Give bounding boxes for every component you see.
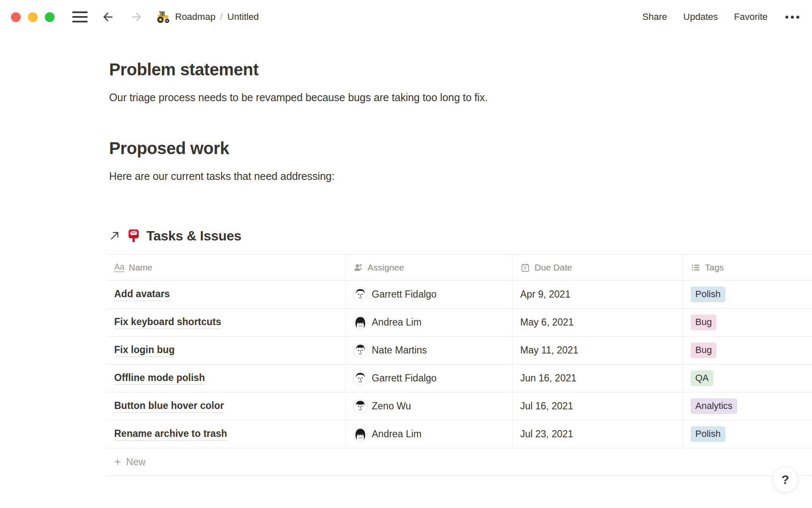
task-title-link[interactable]: Button blue hover color — [114, 400, 224, 413]
due-date: Jul 16, 2021 — [520, 400, 573, 412]
breadcrumb-root[interactable]: Roadmap — [175, 11, 215, 22]
column-label: Tags — [705, 262, 724, 273]
avatar — [353, 399, 368, 414]
north-east-arrow-icon — [109, 230, 120, 241]
tasks-table: Aa Name Assignee Due Date Tags Add avata… — [107, 254, 812, 476]
column-label: Name — [129, 262, 152, 273]
heading-proposed-work: Proposed work — [109, 138, 812, 158]
updates-button[interactable]: Updates — [683, 11, 718, 22]
forward-arrow-icon[interactable] — [129, 10, 143, 24]
tags-cell[interactable]: Polish — [683, 281, 812, 308]
name-cell[interactable]: Offline mode polish — [107, 364, 346, 392]
column-header-due-date[interactable]: Due Date — [513, 254, 683, 280]
assignee-name: Andrea Lim — [372, 428, 422, 440]
page-content: Problem statement Our triage process nee… — [0, 59, 812, 476]
avatar — [353, 427, 368, 442]
favorite-button[interactable]: Favorite — [734, 11, 768, 22]
due-date: May 6, 2021 — [520, 317, 574, 328]
name-cell[interactable]: Fix keyboard shortcuts — [107, 309, 346, 336]
help-button[interactable]: ? — [772, 467, 798, 493]
window-titlebar: Roadmap / Untitled Share Updates Favorit… — [0, 0, 812, 34]
tags-cell[interactable]: QA — [683, 364, 812, 392]
column-header-name[interactable]: Aa Name — [107, 254, 346, 280]
zoom-window-button[interactable] — [45, 12, 55, 22]
breadcrumb-current[interactable]: Untitled — [228, 11, 259, 22]
name-cell[interactable]: Rename archive to trash — [107, 420, 346, 448]
column-label: Due Date — [535, 262, 572, 273]
assignee-cell[interactable]: Andrea Lim — [346, 309, 513, 336]
due-date: May 11, 2021 — [520, 345, 579, 356]
assignee-cell[interactable]: Zeno Wu — [346, 392, 513, 420]
plus-icon: + — [114, 456, 121, 468]
text-style-icon: Aa — [114, 262, 124, 272]
tags-cell[interactable]: Analytics — [683, 392, 812, 420]
new-row-label: New — [126, 456, 145, 468]
calendar-icon — [520, 262, 530, 273]
person-icon — [353, 262, 363, 273]
due-date-cell[interactable]: Jul 23, 2021 — [513, 420, 683, 448]
column-header-tags[interactable]: Tags — [683, 254, 812, 280]
assignee-cell[interactable]: Garrett Fidalgo — [346, 281, 513, 308]
column-header-assignee[interactable]: Assignee — [346, 254, 513, 280]
table-row: Rename archive to trash Andrea Lim Jul 2… — [107, 420, 812, 448]
assignee-name: Nate Martins — [372, 345, 427, 356]
assignee-name: Garrett Fidalgo — [372, 289, 436, 300]
paragraph-problem-statement: Our triage process needs to be revamped … — [109, 90, 812, 105]
task-title-link[interactable]: Offline mode polish — [114, 372, 205, 385]
tag-badge: Bug — [691, 315, 716, 330]
assignee-cell[interactable]: Garrett Fidalgo — [346, 364, 513, 392]
avatar — [353, 315, 368, 330]
assignee-name: Andrea Lim — [372, 317, 422, 328]
name-cell[interactable]: Add avatars — [107, 281, 346, 308]
back-arrow-icon[interactable] — [101, 10, 115, 24]
tag-badge: Polish — [691, 287, 725, 302]
close-window-button[interactable] — [11, 12, 21, 22]
name-cell[interactable]: Button blue hover color — [107, 392, 346, 420]
due-date-cell[interactable]: May 6, 2021 — [513, 309, 683, 336]
due-date-cell[interactable]: Apr 9, 2021 — [513, 281, 683, 308]
task-title-link[interactable]: Fix login bug — [114, 344, 175, 357]
tags-cell[interactable]: Bug — [683, 309, 812, 336]
assignee-cell[interactable]: Nate Martins — [346, 337, 513, 364]
task-title-link[interactable]: Fix keyboard shortcuts — [114, 316, 221, 329]
avatar — [353, 371, 368, 386]
more-menu-button[interactable] — [785, 16, 799, 19]
avatar — [353, 343, 368, 358]
breadcrumb-separator: / — [220, 11, 222, 22]
task-title-link[interactable]: Rename archive to trash — [114, 428, 227, 441]
tags-cell[interactable]: Polish — [683, 420, 812, 448]
due-date-cell[interactable]: May 11, 2021 — [513, 337, 683, 364]
table-header-row: Aa Name Assignee Due Date Tags — [107, 254, 812, 281]
tractor-icon — [156, 10, 170, 24]
table-row: Add avatars Garrett Fidalgo Apr 9, 2021 … — [107, 281, 812, 309]
linked-database-title[interactable]: Tasks & Issues — [109, 227, 812, 245]
assignee-cell[interactable]: Andrea Lim — [346, 420, 513, 448]
new-row-button[interactable]: + New — [107, 448, 812, 476]
share-button[interactable]: Share — [642, 11, 667, 22]
due-date: Apr 9, 2021 — [520, 289, 571, 300]
assignee-name: Garrett Fidalgo — [372, 373, 436, 384]
due-date-cell[interactable]: Jul 16, 2021 — [513, 392, 683, 420]
table-row: Offline mode polish Garrett Fidalgo Jun … — [107, 364, 812, 392]
name-cell[interactable]: Fix login bug — [107, 337, 346, 364]
heading-problem-statement: Problem statement — [109, 59, 812, 80]
avatar — [353, 287, 368, 302]
postbox-icon — [126, 228, 141, 243]
paragraph-proposed-work: Here are our current tasks that need add… — [109, 168, 812, 184]
minimize-window-button[interactable] — [28, 12, 38, 22]
tags-cell[interactable]: Bug — [683, 337, 812, 364]
tag-badge: Bug — [691, 342, 716, 358]
due-date-cell[interactable]: Jun 16, 2021 — [513, 364, 683, 392]
tag-badge: QA — [691, 370, 713, 386]
breadcrumb: Roadmap / Untitled — [156, 10, 259, 24]
database-title-text[interactable]: Tasks & Issues — [146, 228, 241, 244]
topbar-actions: Share Updates Favorite — [642, 11, 799, 22]
column-label: Assignee — [368, 262, 404, 273]
table-row: Fix login bug Nate Martins May 11, 2021 … — [107, 337, 812, 364]
help-question-mark: ? — [782, 472, 789, 487]
tag-badge: Analytics — [691, 398, 737, 414]
task-title-link[interactable]: Add avatars — [114, 288, 170, 301]
assignee-name: Zeno Wu — [372, 400, 411, 412]
sidebar-menu-icon[interactable] — [72, 11, 88, 22]
traffic-lights — [11, 12, 55, 22]
